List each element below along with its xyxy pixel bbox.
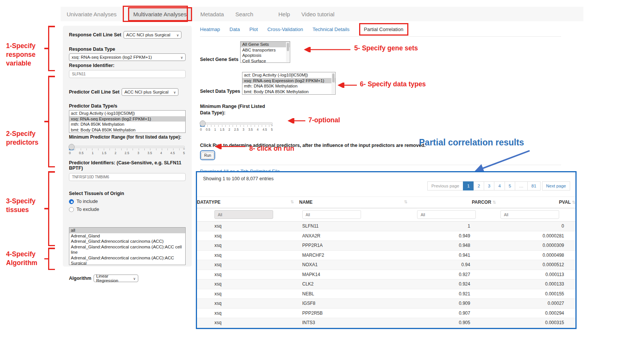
list-option[interactable]: All Gene Sets: [241, 42, 290, 47]
list-option[interactable]: all: [69, 228, 185, 233]
tab-data[interactable]: Data: [230, 27, 240, 32]
list-option[interactable]: Adrenal_Gland:Adrenocortical carcinoma (…: [69, 244, 185, 255]
data-types-label: Select Data Types: [200, 89, 240, 95]
sort-icon[interactable]: ⇅: [291, 200, 294, 204]
response-cell-line-set-select[interactable]: ACC NCI plus Surgical: [123, 31, 181, 39]
filter-parcor-input[interactable]: [417, 210, 476, 219]
column-header-parcor[interactable]: PARCOR ⇅: [413, 197, 496, 208]
results-table: DATATYPE⇅ NAME⇅ PARCOR ⇅ PVAL ⇅ xsqSLFN1…: [197, 197, 575, 328]
tick-label: 1.5: [220, 128, 225, 131]
response-identifier-input[interactable]: [69, 70, 186, 78]
list-option[interactable]: bmt: Body DNA 850K Methylation: [69, 127, 185, 133]
results-tabs: Heatmap Data Plot Cross-Validation Techn…: [200, 23, 577, 35]
list-option[interactable]: bmt: Body DNA 850K Methylation: [242, 89, 335, 95]
nav-item-video-tutorial[interactable]: Video tutorial: [302, 11, 335, 17]
table-row[interactable]: xsqNEBL0.9210.000155: [197, 289, 575, 299]
page-button-1[interactable]: 1: [463, 181, 474, 190]
data-types-listbox[interactable]: act: Drug Activity (-log10[IC50M])xsq: R…: [242, 72, 336, 95]
table-cell: CLK2: [299, 279, 413, 289]
table-row[interactable]: xsqNOXA10.940.0000512: [197, 260, 575, 270]
column-header-pval[interactable]: PVAL ⇅: [496, 197, 575, 208]
tissue-include-radio[interactable]: [69, 199, 74, 204]
tab-partial-correlation[interactable]: Partial Correlation: [359, 23, 408, 36]
list-option[interactable]: Apoptosis: [241, 53, 290, 58]
min-predictor-range-slider[interactable]: 0 5 00.511.522.533.544.55: [69, 146, 185, 155]
list-option[interactable]: ABC transporters: [241, 47, 290, 53]
table-row[interactable]: xsqANXA2R0.9490.0000281: [197, 231, 575, 241]
table-cell: 0.000133: [496, 279, 575, 289]
list-option[interactable]: xsq: RNA-seq Expression (log2 FPKM+1): [242, 78, 335, 84]
list-option[interactable]: mth: DNA 850K Methylation: [69, 122, 185, 127]
tab-technical-details[interactable]: Technical Details: [313, 27, 350, 32]
sort-icon[interactable]: ⇅: [572, 200, 575, 204]
algorithm-select[interactable]: Linear Regression: [94, 275, 138, 282]
scrollbar[interactable]: [331, 73, 335, 94]
table-cell: 0.941: [413, 250, 496, 260]
tick-label: 2: [115, 151, 117, 155]
nav-item-search[interactable]: Search: [235, 11, 253, 17]
page-button-5[interactable]: 5: [505, 181, 515, 190]
slider-tick-labels: 00.511.522.533.544.55: [200, 128, 273, 131]
list-option[interactable]: Cell Surface: [241, 58, 290, 63]
nav-item-univariate-analyses[interactable]: Univariate Analyses: [67, 11, 117, 17]
page-button-2[interactable]: 2: [474, 181, 484, 190]
table-row[interactable]: xsqMARCHF20.9410.0000498: [197, 250, 575, 260]
min-range-label: Minimum Range (First Listed Data Type):: [200, 103, 577, 116]
chevron-down-icon: [174, 33, 179, 37]
page-button-81[interactable]: 81: [527, 181, 541, 190]
sort-icon[interactable]: ⇅: [492, 200, 496, 204]
list-option[interactable]: Adrenal_Gland:Adrenocortical carcinoma (…: [69, 239, 185, 244]
gene-sets-listbox[interactable]: All Gene SetsABC transportersApoptosisCe…: [240, 41, 290, 63]
table-cell: NEBL: [299, 289, 413, 299]
list-option[interactable]: Adrenal_Gland:Adrenocortical carcinoma (…: [69, 255, 185, 265]
table-cell: xsq: [197, 260, 299, 270]
sort-icon[interactable]: ⇅: [404, 200, 407, 204]
run-button[interactable]: Run: [201, 152, 214, 159]
tab-cross-validation[interactable]: Cross-Validation: [267, 27, 303, 32]
table-cell: 0.0000512: [496, 260, 575, 270]
filter-pval-input[interactable]: [500, 210, 559, 219]
previous-page-button[interactable]: Previous page: [427, 181, 464, 190]
nav-item-help[interactable]: Help: [278, 11, 290, 17]
list-option[interactable]: xsq: RNA-seq Expression (log2 FPKM+1): [69, 116, 185, 122]
next-page-button[interactable]: Next page: [542, 181, 570, 190]
table-row[interactable]: xsqIGSF80.9090.00027: [197, 299, 575, 309]
tissue-listbox[interactable]: allAdrenal_GlandAdrenal_Gland:Adrenocort…: [69, 227, 186, 265]
table-row[interactable]: xsqINTS30.9050.000315: [197, 318, 575, 328]
list-option[interactable]: act: Drug Activity (-log10[IC50M]): [69, 111, 185, 116]
response-data-type-select[interactable]: xsq: RNA-seq Expression (log2 FPKM+1): [69, 53, 186, 61]
slider-handle[interactable]: [200, 120, 206, 126]
predictor-cell-line-set-select[interactable]: ACC NCI plus Surgical: [122, 88, 178, 96]
tick-label: 1: [92, 151, 94, 155]
table-cell: xsq: [197, 222, 299, 231]
table-cell: 0.0000309: [496, 241, 575, 251]
list-option[interactable]: Adrenal_Gland: [69, 233, 185, 239]
table-row[interactable]: xsqCLK20.9240.000133: [197, 279, 575, 289]
list-option[interactable]: act: Drug Activity (-log10[IC50M]): [242, 72, 335, 78]
tissue-exclude-radio[interactable]: [69, 207, 74, 212]
slider-handle[interactable]: [69, 144, 75, 150]
tab-plot[interactable]: Plot: [249, 27, 258, 32]
column-header-name[interactable]: NAME⇅: [299, 197, 413, 208]
tab-heatmap[interactable]: Heatmap: [200, 27, 220, 32]
filter-datatype-input[interactable]: [214, 210, 273, 219]
table-cell: PPP2R5B: [299, 308, 413, 318]
predictor-data-types-listbox[interactable]: act: Drug Activity (-log10[IC50M])xsq: R…: [69, 110, 186, 133]
min-range-slider[interactable]: 0 5 00.511.522.533.544.55: [200, 122, 273, 131]
nav-item-multivariate-analyses[interactable]: Multivariate Analyses: [128, 7, 192, 21]
table-cell: ANXA2R: [299, 231, 413, 241]
algorithm-value: Linear Regression: [96, 274, 131, 283]
predictor-identifiers-input[interactable]: [69, 173, 186, 181]
list-option[interactable]: mth: DNA 850K Methylation: [242, 83, 335, 89]
table-row[interactable]: xsqPPP2R1A0.9480.0000309: [197, 241, 575, 251]
page-button-4[interactable]: 4: [494, 181, 505, 190]
scrollbar[interactable]: [286, 42, 289, 62]
table-row[interactable]: xsqSLFN1110: [197, 222, 575, 231]
page-button-3[interactable]: 3: [484, 181, 494, 190]
annotation-step-7: 7-optional: [308, 116, 340, 124]
nav-item-metadata[interactable]: Metadata: [200, 11, 224, 17]
filter-name-input[interactable]: [302, 210, 361, 219]
table-row[interactable]: xsqPPP2R5B0.9070.000294: [197, 308, 575, 318]
column-header-datatype[interactable]: DATATYPE⇅: [197, 197, 299, 208]
table-row[interactable]: xsqMAPK140.9270.000113: [197, 270, 575, 279]
